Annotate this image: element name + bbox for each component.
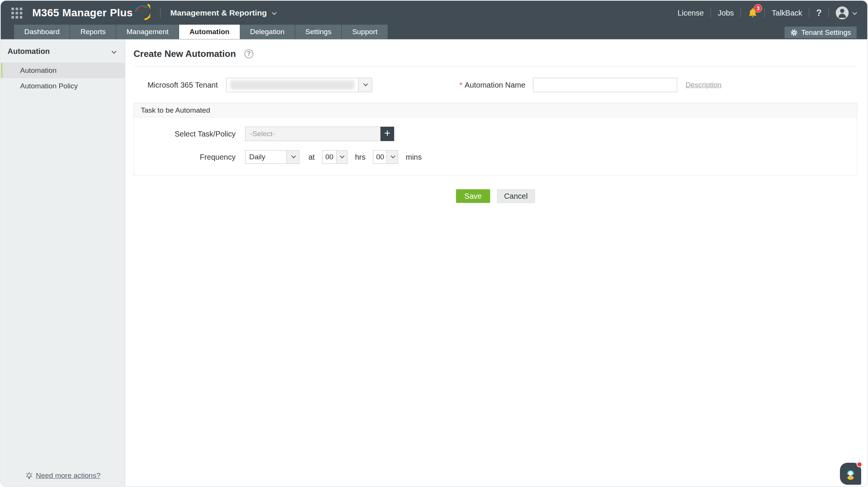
hrs-label: hrs xyxy=(355,153,366,162)
sidebar: Automation Automation Automation Policy xyxy=(1,39,125,487)
context-menu[interactable]: Management & Reporting xyxy=(170,8,275,17)
frequency-label: Frequency xyxy=(134,153,236,162)
app-grid-icon[interactable] xyxy=(11,8,22,19)
avatar-icon xyxy=(836,6,849,19)
tab-reports[interactable]: Reports xyxy=(70,25,116,39)
automation-name-input[interactable] xyxy=(533,78,677,92)
redacted-tenant-value xyxy=(230,80,354,90)
automation-name-group: * Automation Name Description xyxy=(459,78,722,92)
page-body: Automation Automation Automation Policy xyxy=(1,39,867,487)
minutes-select[interactable]: 00 xyxy=(373,150,398,164)
task-panel-body: Select Task/Policy -Select- + Frequency … xyxy=(134,118,857,175)
tenant-select-value xyxy=(226,78,358,92)
chevron-down-icon xyxy=(391,153,396,158)
save-button[interactable]: Save xyxy=(456,189,490,203)
at-label: at xyxy=(308,153,315,162)
sidebar-section-automation[interactable]: Automation xyxy=(1,39,125,63)
page-title: Create New Automation xyxy=(134,49,236,59)
title-row: Create New Automation ? xyxy=(134,39,857,66)
help-button[interactable]: ? xyxy=(816,8,822,18)
app-title: M365 Manager Plus xyxy=(32,7,133,19)
tenant-select[interactable] xyxy=(226,78,372,92)
topbar-divider xyxy=(160,8,160,18)
sidebar-section-title: Automation xyxy=(8,47,50,56)
tab-delegation[interactable]: Delegation xyxy=(240,25,295,39)
tab-automation[interactable]: Automation xyxy=(179,25,240,39)
tab-support[interactable]: Support xyxy=(342,25,388,39)
main-content: Create New Automation ? Microsoft 365 Te… xyxy=(125,39,867,487)
app-logo: M365 Manager Plus xyxy=(32,6,150,20)
lightbulb-icon xyxy=(25,471,33,480)
minutes-select-chevron[interactable] xyxy=(387,151,398,163)
notification-badge: 3 xyxy=(754,4,762,13)
app-window: M365 Manager Plus Management & Reporting… xyxy=(0,0,868,487)
tab-management[interactable]: Management xyxy=(116,25,179,39)
frequency-select-chevron[interactable] xyxy=(286,151,299,163)
tenant-settings-button[interactable]: Tenant Settings xyxy=(785,27,857,38)
sidebar-item-automation[interactable]: Automation xyxy=(1,63,125,78)
question-circle-icon[interactable]: ? xyxy=(244,49,253,58)
context-menu-label: Management & Reporting xyxy=(170,8,267,17)
topbar-right-cluster: License Jobs 3 TalkBack ? xyxy=(678,6,856,19)
main-nav-tabs: Dashboard Reports Management Automation … xyxy=(1,25,867,39)
hours-select-value: 00 xyxy=(323,151,336,163)
add-task-button[interactable]: + xyxy=(381,127,394,141)
user-menu[interactable] xyxy=(836,6,856,19)
top-bar: M365 Manager Plus Management & Reporting… xyxy=(1,1,867,25)
chevron-down-icon xyxy=(272,10,277,15)
task-policy-select[interactable]: -Select- xyxy=(245,127,381,141)
top-form-row: Microsoft 365 Tenant * Automation Name D… xyxy=(134,78,857,92)
tenant-settings-label: Tenant Settings xyxy=(801,28,851,37)
frequency-select[interactable]: Daily xyxy=(245,150,299,164)
chevron-down-icon xyxy=(363,81,368,86)
chevron-down-icon xyxy=(340,153,345,158)
frequency-row: Frequency Daily at 00 hrs 00 xyxy=(134,150,857,164)
minutes-select-value: 00 xyxy=(373,151,387,163)
license-link[interactable]: License xyxy=(678,9,704,17)
frequency-select-value: Daily xyxy=(245,151,286,163)
automation-name-label: Automation Name xyxy=(465,81,525,90)
chevron-down-icon xyxy=(112,49,116,54)
tab-dashboard[interactable]: Dashboard xyxy=(14,25,70,39)
headset-person-icon xyxy=(844,467,857,481)
need-more-actions-link[interactable]: Need more actions? xyxy=(36,471,100,480)
tab-settings[interactable]: Settings xyxy=(295,25,342,39)
chevron-down-icon xyxy=(291,153,296,158)
required-marker: * xyxy=(459,81,462,90)
hours-select[interactable]: 00 xyxy=(322,150,348,164)
chevron-down-icon xyxy=(852,10,857,15)
logo-swoosh-icon xyxy=(134,0,150,20)
jobs-link[interactable]: Jobs xyxy=(718,9,734,17)
gear-icon xyxy=(790,29,798,36)
tenant-label: Microsoft 365 Tenant xyxy=(134,81,218,90)
notifications-button[interactable]: 3 xyxy=(748,8,758,18)
sidebar-item-automation-policy[interactable]: Automation Policy xyxy=(1,78,125,94)
tenant-select-chevron[interactable] xyxy=(358,78,372,92)
support-chat-button[interactable] xyxy=(840,463,861,485)
select-task-label: Select Task/Policy xyxy=(134,130,236,138)
description-link[interactable]: Description xyxy=(686,81,722,89)
action-buttons: Save Cancel xyxy=(134,189,857,203)
sidebar-footer: Need more actions? xyxy=(1,471,125,480)
cancel-button[interactable]: Cancel xyxy=(497,189,535,203)
talkback-link[interactable]: TalkBack xyxy=(772,9,802,17)
mins-label: mins xyxy=(406,153,421,162)
task-panel: Task to be Automated Select Task/Policy … xyxy=(134,103,857,176)
select-task-row: Select Task/Policy -Select- + xyxy=(134,127,857,141)
task-panel-header: Task to be Automated xyxy=(134,103,857,118)
chat-notification-dot xyxy=(857,462,862,467)
hours-select-chevron[interactable] xyxy=(336,151,347,163)
